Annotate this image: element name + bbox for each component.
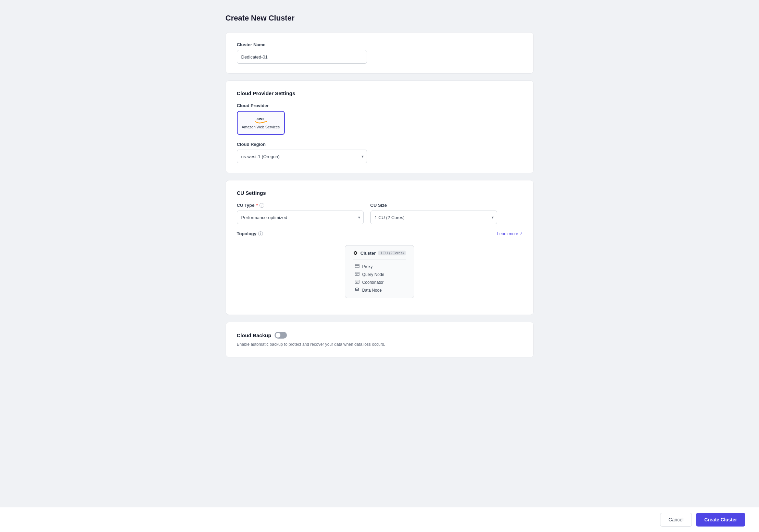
topology-info-icon[interactable]: i <box>258 231 263 236</box>
cu-size-wrapper: 1 CU (2 Cores) 2 CU (4 Cores) 4 CU (8 Co… <box>370 211 497 224</box>
topology-label: Topology i <box>237 231 263 236</box>
cluster-name-input[interactable] <box>237 50 367 64</box>
cloud-region-wrapper: us-west-1 (Oregon) us-east-1 (N. Virgini… <box>237 150 367 163</box>
create-cluster-button[interactable]: Create Cluster <box>696 513 745 527</box>
cluster-label: Cluster <box>360 251 376 256</box>
learn-more-link[interactable]: Learn more ↗ <box>497 231 522 236</box>
proxy-icon <box>355 264 359 269</box>
proxy-label: Proxy <box>362 264 373 269</box>
cloud-provider-label: Cloud Provider <box>237 103 522 108</box>
external-link-icon: ↗ <box>519 231 522 236</box>
cu-type-label: CU Type * i <box>237 203 364 208</box>
cloud-backup-section: Cloud Backup Enable automatic backup to … <box>226 322 534 357</box>
data-node-label: Data Node <box>362 288 382 293</box>
cu-type-field: CU Type * i Performance-optimized Memory… <box>237 203 364 224</box>
cu-size-select[interactable]: 1 CU (2 Cores) 2 CU (4 Cores) 4 CU (8 Co… <box>370 211 497 224</box>
svg-rect-0 <box>355 264 359 268</box>
cu-settings-title: CU Settings <box>237 190 522 196</box>
query-node-label: Query Node <box>362 272 384 277</box>
cloud-backup-content: Cloud Backup Enable automatic backup to … <box>237 332 522 347</box>
cloud-provider-section: Cloud Provider Settings Cloud Provider a… <box>226 80 534 173</box>
aws-provider-name: Amazon Web Services <box>242 125 280 129</box>
cloud-backup-title: Cloud Backup <box>237 332 271 338</box>
form-container: Cluster Name Cloud Provider Settings Clo… <box>226 32 534 357</box>
cu-size-field: CU Size 1 CU (2 Cores) 2 CU (4 Cores) 4 … <box>370 203 497 224</box>
cloud-region-label: Cloud Region <box>237 142 522 147</box>
query-node-icon <box>355 271 359 277</box>
cloud-provider-title: Cloud Provider Settings <box>237 90 522 96</box>
aws-smile-icon <box>255 121 267 124</box>
cu-type-wrapper: Performance-optimized Memory-optimized S… <box>237 211 364 224</box>
coordinator-label: Coordinator <box>362 280 384 285</box>
cu-size-label: CU Size <box>370 203 497 208</box>
cluster-header: ⚙ Cluster 1CU (2Cores) <box>353 250 406 259</box>
cu-type-required: * <box>256 203 258 208</box>
topology-section: Topology i Learn more ↗ ⚙ Cluster 1CU (2… <box>237 231 522 305</box>
data-node-icon <box>355 287 359 293</box>
svg-point-9 <box>355 288 359 289</box>
page-title: Create New Cluster <box>226 14 534 23</box>
node-query: Query Node <box>355 271 406 277</box>
node-proxy: Proxy <box>355 264 406 269</box>
cluster-icon: ⚙ <box>353 250 358 256</box>
cloud-backup-toggle[interactable] <box>275 332 287 339</box>
svg-rect-2 <box>355 272 359 276</box>
aws-provider-card[interactable]: aws Amazon Web Services <box>237 111 285 135</box>
backup-description: Enable automatic backup to protect and r… <box>237 341 522 347</box>
cloud-region-select[interactable]: us-west-1 (Oregon) us-east-1 (N. Virgini… <box>237 150 367 163</box>
coordinator-icon <box>355 279 359 285</box>
topology-header: Topology i Learn more ↗ <box>237 231 522 236</box>
cluster-badge: 1CU (2Cores) <box>378 251 406 255</box>
node-data: Data Node <box>355 287 406 293</box>
aws-logo-text: aws <box>257 117 265 121</box>
node-coordinator: Coordinator <box>355 279 406 285</box>
cluster-name-section: Cluster Name <box>226 32 534 74</box>
topology-nodes: Proxy Query Node <box>353 264 406 293</box>
cu-type-select[interactable]: Performance-optimized Memory-optimized S… <box>237 211 364 224</box>
cloud-backup-header: Cloud Backup <box>237 332 522 339</box>
cu-type-info-icon[interactable]: i <box>260 203 264 208</box>
footer-bar: Cancel Create Cluster <box>0 507 759 532</box>
cu-settings-grid: CU Type * i Performance-optimized Memory… <box>237 203 497 224</box>
cluster-name-label: Cluster Name <box>237 42 522 47</box>
topology-cluster-box: ⚙ Cluster 1CU (2Cores) <box>345 245 415 298</box>
cu-settings-section: CU Settings CU Type * i Performance-opti… <box>226 180 534 315</box>
cancel-button[interactable]: Cancel <box>660 513 692 527</box>
topology-diagram: ⚙ Cluster 1CU (2Cores) <box>237 242 522 305</box>
cloud-provider-options: aws Amazon Web Services <box>237 111 522 135</box>
